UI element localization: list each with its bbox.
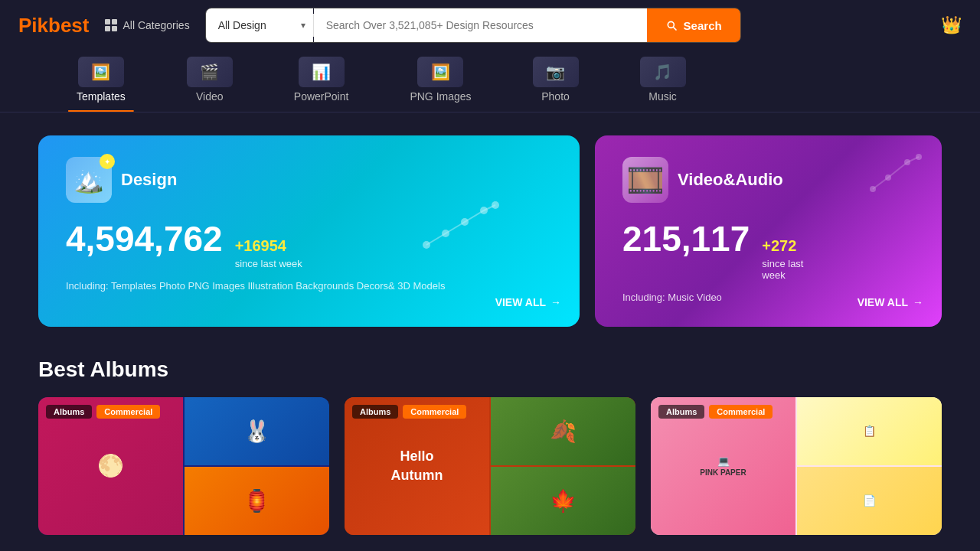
crown-icon[interactable]: 👑	[941, 15, 962, 35]
all-categories-button[interactable]: All Categories	[105, 19, 190, 31]
design-main-number: 4,594,762	[66, 218, 223, 259]
commercial-badge-3: Commercial	[709, 405, 773, 419]
design-view-all-label: VIEW ALL	[495, 296, 546, 308]
grid-icon	[105, 19, 117, 31]
album-thumb-8: 📋	[797, 397, 942, 465]
thumb-placeholder-9: 📄	[797, 467, 942, 535]
video-main-number: 215,117	[622, 218, 750, 259]
thumb-placeholder-6: 🍁	[491, 467, 635, 535]
album-badges-2: Albums Commercial	[352, 405, 466, 419]
design-category-label: Design	[121, 170, 177, 190]
png-thumbnail: 🖼️	[417, 57, 463, 87]
album-badges-1: Albums Commercial	[46, 405, 160, 419]
album-thumb-6: 🍁	[491, 467, 635, 535]
nav-label-templates: Templates	[77, 90, 126, 103]
powerpoint-thumbnail: 📊	[299, 57, 345, 87]
nav-label-photo: Photo	[541, 90, 570, 103]
templates-thumbnail: 🖼️	[78, 57, 124, 87]
design-stat-card: 🏔️ ✦ Design 4,594,762 +16954 since last …	[38, 135, 580, 327]
commercial-badge-2: Commercial	[403, 405, 466, 419]
stats-section: 🏔️ ✦ Design 4,594,762 +16954 since last …	[0, 112, 980, 350]
video-stat-card: 🎞️ Video&Audio 215,117 +272 since last w…	[595, 135, 942, 327]
design-icon-ring: ✦	[100, 154, 115, 169]
album-card-pink[interactable]: 💻 PINK PAPER 📋 📄 Albums Commercial	[651, 397, 942, 535]
commercial-badge-1: Commercial	[96, 405, 160, 419]
header-right: 👑	[941, 15, 962, 35]
search-icon	[665, 19, 678, 31]
design-since: since last week	[235, 258, 302, 269]
video-view-all-button[interactable]: VIEW ALL →	[858, 296, 923, 308]
nav-item-music[interactable]: 🎵 Music	[609, 51, 717, 112]
search-button[interactable]: Search	[647, 8, 740, 42]
album-thumb-5: 🍂	[491, 397, 635, 465]
nav-item-powerpoint[interactable]: 📊 PowerPoint	[263, 51, 380, 112]
video-view-all-label: VIEW ALL	[858, 296, 908, 308]
album-badges-3: Albums Commercial	[658, 405, 773, 419]
video-increment: +272	[762, 237, 803, 255]
all-categories-label: All Categories	[123, 19, 190, 31]
albums-badge-1: Albums	[46, 405, 92, 419]
thumb-placeholder-5: 🍂	[491, 397, 635, 465]
thumb-placeholder-8: 📋	[797, 397, 942, 465]
video-icon: 🎞️	[622, 157, 668, 203]
nav-item-photo[interactable]: 📷 Photo	[502, 51, 609, 112]
nav-label-music: Music	[648, 90, 677, 103]
video-stat-numbers: 215,117 +272 since last week	[622, 218, 914, 281]
albums-grid: 🌕 🐰 🏮 Albums Commercial Hello	[38, 397, 942, 535]
design-arrow-icon: →	[550, 296, 561, 308]
design-view-all-button[interactable]: VIEW ALL →	[495, 296, 561, 308]
nav-label-png-images: PNG Images	[410, 90, 471, 103]
nav-label-video: Video	[196, 90, 224, 103]
design-chart-decoration	[411, 199, 503, 263]
nav-item-video[interactable]: 🎬 Video	[156, 51, 263, 112]
photo-thumbnail: 📷	[533, 57, 579, 87]
best-albums-title: Best Albums	[38, 357, 942, 382]
albums-badge-2: Albums	[352, 405, 398, 419]
video-chart-decoration	[865, 151, 926, 200]
design-icon-image: 🏔️	[74, 165, 104, 194]
design-card-header: 🏔️ ✦ Design	[66, 157, 552, 203]
search-input[interactable]	[314, 8, 647, 42]
video-category-label: Video&Audio	[678, 170, 783, 190]
video-thumbnail: 🎬	[187, 57, 233, 87]
best-albums-section: Best Albums 🌕 🐰 🏮 Albums Commercial	[0, 350, 980, 552]
design-increment: +16954	[235, 237, 302, 255]
design-increment-group: +16954 since last week	[235, 237, 302, 269]
nav-item-png-images[interactable]: 🖼️ PNG Images	[379, 51, 501, 112]
nav-item-templates[interactable]: 🖼️ Templates	[46, 51, 156, 112]
nav-label-powerpoint: PowerPoint	[294, 90, 349, 103]
search-bar: All Design Templates Video PowerPoint PN…	[205, 8, 741, 43]
album-card-autumn[interactable]: Hello Autumn 🍂 🍁 Albums Commercial	[345, 397, 635, 535]
header: Pikbest All Categories All Design Templa…	[0, 0, 980, 51]
album-card-mid-autumn[interactable]: 🌕 🐰 🏮 Albums Commercial	[38, 397, 329, 535]
design-icon: 🏔️ ✦	[66, 157, 112, 203]
nav-categories: 🖼️ Templates 🎬 Video 📊 PowerPoint 🖼️ PNG…	[0, 51, 980, 112]
album-thumb-3: 🏮	[185, 467, 329, 535]
album-thumb-2: 🐰	[185, 397, 329, 465]
albums-badge-3: Albums	[658, 405, 704, 419]
album-thumb-9: 📄	[797, 467, 942, 535]
film-reel-icon: 🎞️	[626, 162, 665, 198]
video-arrow-icon: →	[913, 296, 923, 308]
video-increment-group: +272 since last week	[762, 237, 803, 281]
video-since: since last week	[762, 258, 803, 281]
search-input-wrap	[314, 8, 647, 42]
thumb-placeholder-3: 🏮	[185, 467, 329, 535]
search-button-label: Search	[684, 19, 722, 32]
search-category-select-wrapper: All Design Templates Video PowerPoint PN…	[206, 8, 313, 42]
search-category-select[interactable]: All Design Templates Video PowerPoint PN…	[206, 8, 313, 42]
thumb-placeholder-2: 🐰	[185, 397, 329, 465]
music-thumbnail: 🎵	[640, 57, 686, 87]
design-description: Including: Templates Photo PNG Images Il…	[66, 279, 552, 294]
logo[interactable]: Pikbest	[18, 14, 90, 37]
